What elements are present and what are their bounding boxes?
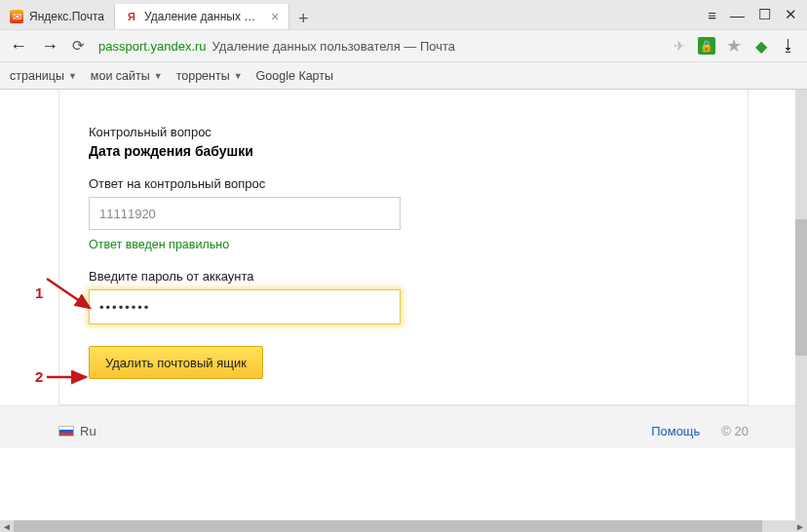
minimize-icon[interactable]: — (730, 7, 745, 23)
bookmarks-bar: страницы▼ мои сайты▼ торренты▼ Google Ка… (0, 62, 807, 90)
shield-icon[interactable]: ◆ (752, 37, 770, 55)
chevron-down-icon: ▼ (68, 71, 77, 81)
tab-delete-data[interactable]: Я Удаление данных польз × (115, 4, 289, 29)
copyright-text: © 20 (721, 424, 749, 438)
bookmark-google-maps[interactable]: Google Карты (256, 69, 333, 83)
window-controls: ≡ — ☐ ✕ (698, 0, 807, 29)
chevron-down-icon: ▼ (234, 71, 243, 81)
answer-input[interactable] (89, 197, 401, 230)
toolbar-icons: ✈ 🔒 ★ ◆ ⭳ (671, 37, 797, 55)
download-icon[interactable]: ⭳ (780, 37, 797, 55)
maximize-icon[interactable]: ☐ (758, 6, 771, 23)
browser-tabs: ✉ Яндекс.Почта Я Удаление данных польз ×… (0, 0, 698, 29)
tab-label: Удаление данных польз (144, 10, 261, 23)
bookmark-mysites[interactable]: мои сайты▼ (91, 69, 163, 83)
bookmark-pages[interactable]: страницы▼ (10, 69, 77, 83)
footer-lang[interactable]: Ru (58, 424, 96, 438)
security-question-label: Контрольный вопрос (89, 125, 718, 139)
chevron-down-icon: ▼ (154, 71, 163, 81)
url-field[interactable]: passport.yandex.ru Удаление данных польз… (98, 39, 657, 54)
delete-mailbox-button[interactable]: Удалить почтовый ящик (89, 346, 263, 379)
scrollbar-thumb[interactable] (795, 219, 807, 356)
url-domain: passport.yandex.ru (98, 39, 207, 54)
yandex-mail-icon: ✉ (10, 10, 23, 23)
page-viewport: Контрольный вопрос Дата рождения бабушки… (0, 90, 807, 520)
password-input[interactable] (89, 289, 401, 324)
scroll-left-icon[interactable]: ◄ (0, 521, 14, 532)
send-icon[interactable]: ✈ (671, 37, 688, 55)
vertical-scrollbar[interactable] (795, 90, 807, 520)
browser-titlebar: ✉ Яндекс.Почта Я Удаление данных польз ×… (0, 0, 807, 29)
forward-icon[interactable]: → (41, 36, 58, 57)
scroll-right-icon[interactable]: ► (793, 521, 807, 532)
security-question-text: Дата рождения бабушки (89, 143, 718, 159)
answer-label: Ответ на контрольный вопрос (89, 176, 718, 191)
ru-flag-icon (58, 426, 74, 437)
menu-icon[interactable]: ≡ (708, 7, 716, 23)
horizontal-scrollbar[interactable]: ◄ ► (0, 520, 807, 532)
reload-icon[interactable]: ⟳ (72, 37, 85, 55)
url-path: Удаление данных пользователя — Почта (212, 39, 455, 54)
back-icon[interactable]: ← (10, 36, 27, 57)
address-bar-row: ← → ⟳ passport.yandex.ru Удаление данных… (0, 29, 807, 62)
star-icon[interactable]: ★ (725, 37, 743, 55)
lock-icon[interactable]: 🔒 (698, 37, 715, 55)
delete-mailbox-card: Контрольный вопрос Дата рождения бабушки… (58, 90, 749, 405)
tab-label: Яндекс.Почта (29, 10, 104, 23)
close-window-icon[interactable]: ✕ (785, 6, 797, 23)
scrollbar-thumb[interactable] (14, 520, 762, 532)
password-label: Введите пароль от аккаунта (89, 269, 718, 284)
help-link[interactable]: Помощь (651, 424, 700, 438)
new-tab-button[interactable]: + (289, 9, 317, 29)
tab-yandex-mail[interactable]: ✉ Яндекс.Почта (0, 4, 115, 29)
bookmark-torrents[interactable]: торренты▼ (176, 69, 243, 83)
close-icon[interactable]: × (271, 9, 279, 24)
page-footer: Ru Помощь © 20 (0, 405, 807, 448)
yandex-icon: Я (125, 10, 138, 23)
answer-ok-hint: Ответ введен правильно (89, 238, 718, 251)
